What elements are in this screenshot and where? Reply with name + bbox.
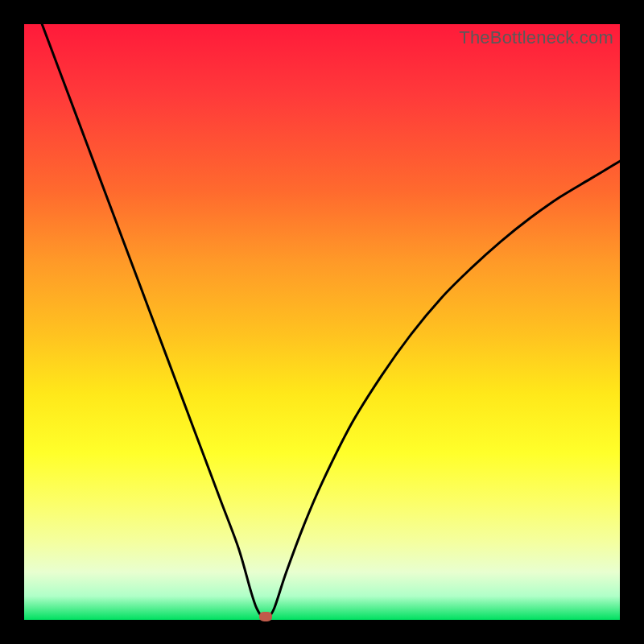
plot-area: TheBottleneck.com bbox=[24, 24, 620, 620]
curve-svg bbox=[24, 24, 620, 620]
bottleneck-curve bbox=[42, 24, 620, 618]
optimum-marker bbox=[259, 612, 272, 621]
chart-frame: TheBottleneck.com bbox=[0, 0, 644, 644]
